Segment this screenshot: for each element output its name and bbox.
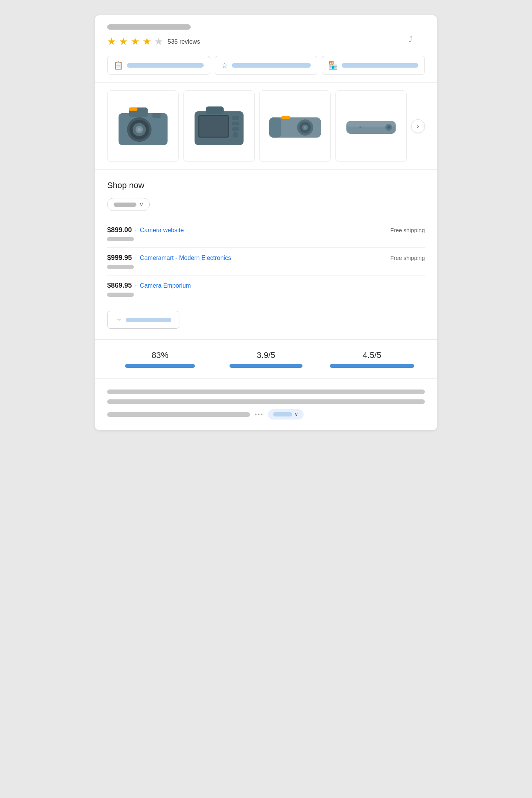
text-section: ••• ∨: [95, 379, 437, 430]
svg-rect-19: [281, 116, 290, 119]
listing-3-store-link[interactable]: Camera Emporium: [140, 282, 191, 289]
images-section: ›: [95, 83, 437, 170]
listing-1-price: $899.00: [107, 226, 132, 234]
save-label-placeholder: [232, 63, 311, 68]
listing-2-sub: [107, 265, 134, 269]
camera-image-1[interactable]: [107, 90, 179, 162]
stat-3: 4.5/5: [319, 350, 425, 368]
overview-label-placeholder: [127, 63, 204, 68]
text-line-3: [107, 412, 250, 417]
overview-button[interactable]: 📋: [107, 56, 210, 75]
star-4: ★: [142, 36, 151, 48]
shop-title: Shop now: [107, 180, 425, 190]
listing-1-store-link[interactable]: Camera website: [140, 227, 184, 234]
rating-row: ★ ★ ★ ★ ★ 535 reviews: [107, 36, 425, 48]
stat-1-value: 83%: [152, 350, 168, 360]
star-1: ★: [107, 36, 116, 48]
svg-rect-2: [129, 107, 137, 111]
expand-label-placeholder: [273, 412, 292, 416]
star-5-empty: ★: [154, 36, 163, 48]
dot-3: ·: [135, 282, 137, 290]
bottom-row: ••• ∨: [107, 409, 425, 420]
stat-1: 83%: [107, 350, 213, 368]
filter-button[interactable]: ∨: [107, 198, 150, 211]
next-arrow-button[interactable]: ›: [411, 119, 425, 133]
listing-1-sub: [107, 237, 134, 241]
stat-3-bar: [330, 364, 414, 368]
store-label-placeholder: [342, 63, 418, 68]
star-2: ★: [119, 36, 128, 48]
listing-2-store-link[interactable]: Cameramart - Modern Electronics: [140, 255, 231, 261]
listing-3-price: $869.95: [107, 282, 132, 290]
stat-1-bar: [125, 364, 195, 368]
svg-point-23: [304, 126, 306, 128]
svg-point-29: [359, 126, 361, 128]
svg-rect-15: [232, 127, 239, 131]
stat-2-value: 3.9/5: [257, 350, 276, 360]
text-line-2: [107, 399, 425, 404]
save-icon: ☆: [221, 61, 228, 70]
review-count: 535 reviews: [168, 38, 200, 45]
filter-label-placeholder: [114, 203, 136, 207]
svg-point-28: [388, 126, 390, 128]
expand-chevron-icon: ∨: [294, 412, 298, 417]
shop-section: Shop now ∨ $899.00 · Camera website Free…: [95, 170, 437, 340]
stats-section: 83% 3.9/5 4.5/5: [95, 340, 437, 379]
stat-2-bar: [230, 364, 302, 368]
expand-button[interactable]: ∨: [268, 409, 304, 420]
filter-chevron-icon: ∨: [139, 201, 143, 207]
listing-1-shipping: Free shipping: [390, 227, 425, 233]
svg-rect-14: [232, 122, 239, 125]
camera-image-3[interactable]: [259, 90, 331, 162]
stat-2: 3.9/5: [213, 350, 319, 368]
svg-rect-12: [199, 116, 228, 137]
stats-row: 83% 3.9/5 4.5/5: [107, 350, 425, 368]
camera-image-2[interactable]: [183, 90, 255, 162]
store-button[interactable]: 🏪: [322, 56, 425, 75]
svg-rect-10: [206, 106, 223, 114]
images-row: ›: [107, 90, 425, 162]
listing-2-shipping: Free shipping: [390, 255, 425, 261]
action-buttons-row: 📋 ☆ 🏪: [107, 56, 425, 75]
listing-3: $869.95 · Camera Emporium: [107, 276, 425, 303]
camera-image-4[interactable]: [335, 90, 407, 162]
see-more-button[interactable]: →: [107, 311, 179, 329]
share-icon[interactable]: ⤴: [409, 35, 413, 44]
dot-2: ·: [135, 254, 137, 262]
store-icon: 🏪: [328, 61, 338, 70]
stat-3-value: 4.5/5: [363, 350, 382, 360]
svg-point-7: [138, 128, 140, 131]
text-line-1: [107, 390, 425, 394]
expand-dots: •••: [255, 411, 263, 418]
top-bar: ⤴ ★ ★ ★ ★ ★ 535 reviews 📋 ☆: [95, 15, 437, 83]
svg-rect-18: [269, 117, 281, 138]
listing-3-sub: [107, 293, 134, 297]
arrow-right-icon: →: [115, 316, 122, 324]
dot-1: ·: [135, 226, 137, 234]
svg-point-16: [233, 132, 238, 138]
see-more-label-placeholder: [126, 318, 171, 322]
svg-rect-13: [232, 116, 239, 120]
listing-1: $899.00 · Camera website Free shipping: [107, 220, 425, 248]
product-card: ⤴ ★ ★ ★ ★ ★ 535 reviews 📋 ☆: [95, 15, 437, 430]
save-button[interactable]: ☆: [215, 56, 318, 75]
overview-icon: 📋: [114, 61, 123, 70]
listing-2-price: $999.95: [107, 254, 132, 262]
svg-rect-8: [152, 113, 161, 117]
product-title-placeholder: [107, 24, 191, 30]
listing-2: $999.95 · Cameramart - Modern Electronic…: [107, 248, 425, 276]
star-3: ★: [131, 36, 139, 48]
